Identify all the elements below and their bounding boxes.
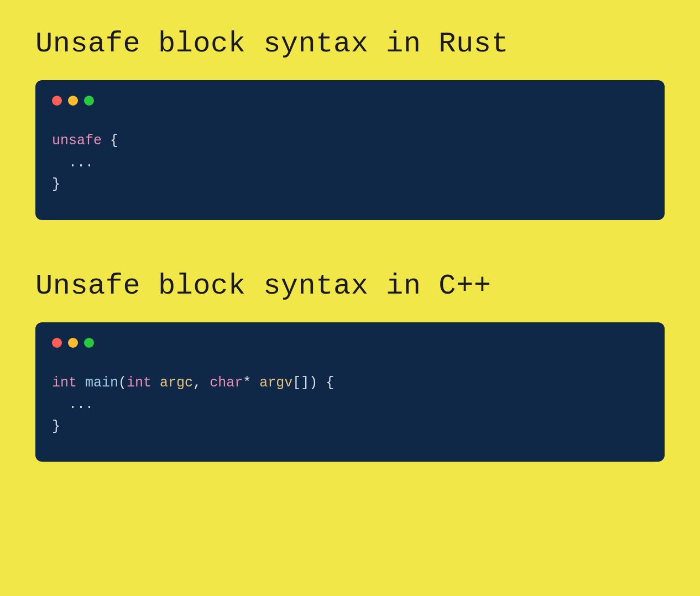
code-token: { [102, 133, 118, 149]
code-token: } [52, 419, 60, 435]
code-token [152, 375, 160, 391]
code-token: ( [118, 375, 127, 391]
code-token: char [210, 375, 243, 391]
code-token: * [243, 375, 259, 391]
code-block: unsafe { ... } [52, 130, 648, 196]
traffic-lights [52, 338, 648, 348]
code-token: []) { [292, 375, 334, 391]
minimize-icon [68, 338, 78, 348]
code-block: int main(int argc, char* argv[]) { ... } [52, 372, 648, 438]
code-token: int [52, 375, 77, 391]
code-token: main [85, 375, 118, 391]
section-title: Unsafe block syntax in Rust [35, 28, 665, 60]
section-0: Unsafe block syntax in Rustunsafe { ... … [35, 28, 665, 220]
code-token: ... [52, 155, 93, 171]
traffic-lights [52, 96, 648, 106]
code-token: int [127, 375, 152, 391]
minimize-icon [68, 96, 78, 106]
maximize-icon [84, 96, 94, 106]
code-token: ... [52, 396, 93, 412]
code-token [77, 375, 85, 391]
code-token: unsafe [52, 133, 102, 149]
code-token: argc [160, 375, 193, 391]
section-title: Unsafe block syntax in C++ [35, 270, 665, 302]
maximize-icon [84, 338, 94, 348]
code-token: , [193, 375, 210, 391]
code-token: } [52, 176, 60, 192]
close-icon [52, 96, 62, 106]
code-token: argv [259, 375, 292, 391]
code-window: int main(int argc, char* argv[]) { ... } [35, 322, 665, 462]
code-window: unsafe { ... } [35, 80, 665, 220]
close-icon [52, 338, 62, 348]
section-1: Unsafe block syntax in C++int main(int a… [35, 270, 665, 462]
